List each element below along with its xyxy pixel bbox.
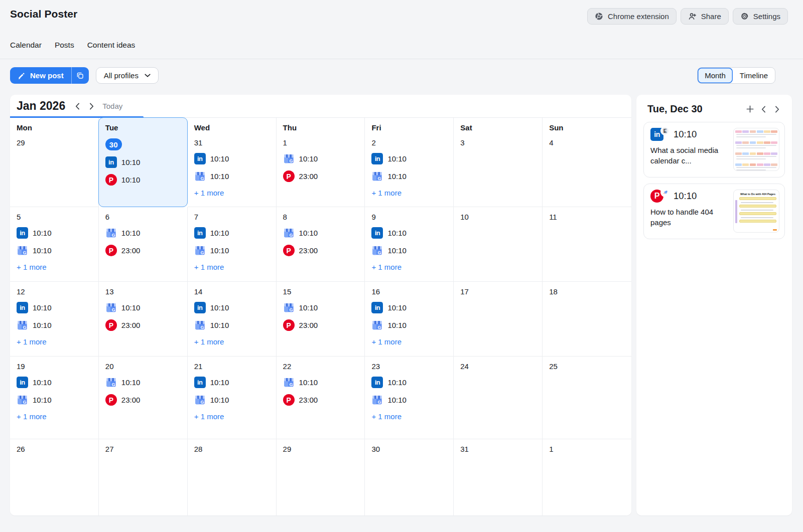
scheduled-post[interactable]: G10:10	[194, 394, 270, 406]
scheduled-post[interactable]: in10:10	[17, 227, 92, 239]
day-cell[interactable]: 18	[543, 282, 631, 357]
prev-day-button[interactable]	[757, 102, 770, 116]
day-cell[interactable]: 24	[454, 357, 543, 439]
scheduled-post[interactable]: in10:10	[371, 153, 447, 164]
scheduled-post[interactable]: P23:00	[105, 245, 181, 256]
more-posts-link[interactable]: + 1 more	[194, 412, 270, 421]
scheduled-post[interactable]: G10:10	[283, 377, 358, 388]
scheduled-post[interactable]: P23:00	[105, 319, 181, 331]
day-cell[interactable]: 31	[454, 439, 543, 515]
scheduled-post[interactable]: in10:10	[17, 302, 92, 313]
day-cell[interactable]: 20G10:10P23:00	[99, 357, 188, 439]
more-posts-link[interactable]: + 1 more	[371, 337, 447, 346]
scheduled-post[interactable]: P23:00	[283, 319, 358, 331]
scheduled-post[interactable]: G10:10	[105, 377, 181, 388]
scheduled-post[interactable]: P23:00	[283, 245, 358, 256]
more-posts-link[interactable]: + 1 more	[194, 263, 270, 271]
day-cell[interactable]: Tue30in10:10P10:10	[99, 118, 188, 207]
scheduled-post[interactable]: in10:10	[194, 377, 270, 388]
day-cell[interactable]: 28	[188, 439, 277, 515]
day-cell[interactable]: 16in10:10G10:10+ 1 more	[365, 282, 454, 357]
day-cell[interactable]: 8G10:10P23:00	[277, 207, 365, 282]
scheduled-post[interactable]: in10:10	[194, 153, 270, 164]
day-post-card[interactable]: inE10:10What a social media calendar c..…	[643, 122, 785, 178]
day-cell[interactable]: 19in10:10G10:10+ 1 more	[10, 357, 99, 439]
scheduled-post[interactable]: G10:10	[371, 170, 447, 182]
tab-posts[interactable]: Posts	[55, 41, 74, 50]
day-cell[interactable]: 30	[365, 439, 454, 515]
day-cell[interactable]: 13G10:10P23:00	[99, 282, 188, 357]
scheduled-post[interactable]: G10:10	[194, 245, 270, 256]
scheduled-post[interactable]: G10:10	[283, 227, 358, 239]
day-cell[interactable]: 1	[543, 439, 631, 515]
more-posts-link[interactable]: + 1 more	[371, 412, 447, 421]
day-cell[interactable]: Thu1G10:10P23:00	[277, 118, 365, 207]
day-cell[interactable]: 5in10:10G10:10+ 1 more	[10, 207, 99, 282]
scheduled-post[interactable]: G10:10	[194, 319, 270, 331]
profiles-dropdown[interactable]: All profiles	[96, 67, 159, 84]
more-posts-link[interactable]: + 1 more	[371, 189, 447, 197]
today-button[interactable]: Today	[102, 102, 122, 110]
scheduled-post[interactable]: G10:10	[17, 245, 92, 256]
day-cell[interactable]: 14in10:10G10:10+ 1 more	[188, 282, 277, 357]
day-cell[interactable]: 22G10:10P23:00	[277, 357, 365, 439]
more-posts-link[interactable]: + 1 more	[371, 263, 447, 271]
day-cell[interactable]: 6G10:10P23:00	[99, 207, 188, 282]
next-day-button[interactable]	[770, 102, 784, 116]
scheduled-post[interactable]: G10:10	[105, 227, 181, 239]
day-post-card[interactable]: P10:10How to handle 404 pagesWhat to Do …	[643, 184, 785, 239]
day-cell[interactable]: Sun4	[543, 118, 631, 207]
share-button[interactable]: Share	[681, 8, 729, 25]
next-month-button[interactable]	[84, 99, 98, 113]
prev-month-button[interactable]	[70, 99, 84, 113]
scheduled-post[interactable]: G10:10	[283, 302, 358, 313]
scheduled-post[interactable]: in10:10	[194, 302, 270, 313]
day-cell[interactable]: Wed31in10:10G10:10+ 1 more	[188, 118, 277, 207]
day-cell[interactable]: 29	[277, 439, 365, 515]
more-posts-link[interactable]: + 1 more	[194, 189, 270, 197]
day-cell[interactable]: 15G10:10P23:00	[277, 282, 365, 357]
add-post-button[interactable]	[743, 102, 757, 116]
scheduled-post[interactable]: in10:10	[371, 227, 447, 239]
day-cell[interactable]: 7in10:10G10:10+ 1 more	[188, 207, 277, 282]
new-post-button[interactable]: New post	[10, 67, 71, 84]
day-cell[interactable]: 9in10:10G10:10+ 1 more	[365, 207, 454, 282]
more-posts-link[interactable]: + 1 more	[194, 337, 270, 346]
day-cell[interactable]: 27	[99, 439, 188, 515]
chrome-extension-button[interactable]: Chrome extension	[587, 8, 677, 25]
day-cell[interactable]: Fri2in10:10G10:10+ 1 more	[365, 118, 454, 207]
day-cell[interactable]: 12in10:10G10:10+ 1 more	[10, 282, 99, 357]
day-cell[interactable]: 26	[10, 439, 99, 515]
scheduled-post[interactable]: P10:10	[105, 174, 181, 186]
scheduled-post[interactable]: G10:10	[371, 245, 447, 256]
tab-calendar[interactable]: Calendar	[10, 41, 42, 50]
scheduled-post[interactable]: in10:10	[371, 302, 447, 313]
view-timeline-button[interactable]: Timeline	[733, 68, 775, 83]
day-cell[interactable]: Sat3	[454, 118, 543, 207]
more-posts-link[interactable]: + 1 more	[17, 263, 92, 271]
view-month-button[interactable]: Month	[698, 68, 733, 83]
scheduled-post[interactable]: P23:00	[283, 170, 358, 182]
scheduled-post[interactable]: G10:10	[194, 170, 270, 182]
scheduled-post[interactable]: in10:10	[105, 156, 181, 168]
more-posts-link[interactable]: + 1 more	[17, 412, 92, 421]
day-cell[interactable]: 10	[454, 207, 543, 282]
more-posts-link[interactable]: + 1 more	[17, 337, 92, 346]
duplicate-post-button[interactable]	[71, 67, 89, 84]
settings-button[interactable]: Settings	[733, 8, 788, 25]
scheduled-post[interactable]: G10:10	[17, 319, 92, 331]
day-cell[interactable]: 17	[454, 282, 543, 357]
day-cell[interactable]: 25	[543, 357, 631, 439]
scheduled-post[interactable]: in10:10	[194, 227, 270, 239]
scheduled-post[interactable]: G10:10	[17, 394, 92, 406]
tab-content-ideas[interactable]: Content ideas	[87, 41, 136, 50]
scheduled-post[interactable]: P23:00	[105, 394, 181, 406]
scheduled-post[interactable]: G10:10	[105, 302, 181, 313]
scheduled-post[interactable]: G10:10	[371, 394, 447, 406]
day-cell[interactable]: Mon29	[10, 118, 99, 207]
scheduled-post[interactable]: G10:10	[371, 319, 447, 331]
scheduled-post[interactable]: G10:10	[283, 153, 358, 164]
day-cell[interactable]: 21in10:10G10:10+ 1 more	[188, 357, 277, 439]
scheduled-post[interactable]: in10:10	[371, 377, 447, 388]
scheduled-post[interactable]: in10:10	[17, 377, 92, 388]
